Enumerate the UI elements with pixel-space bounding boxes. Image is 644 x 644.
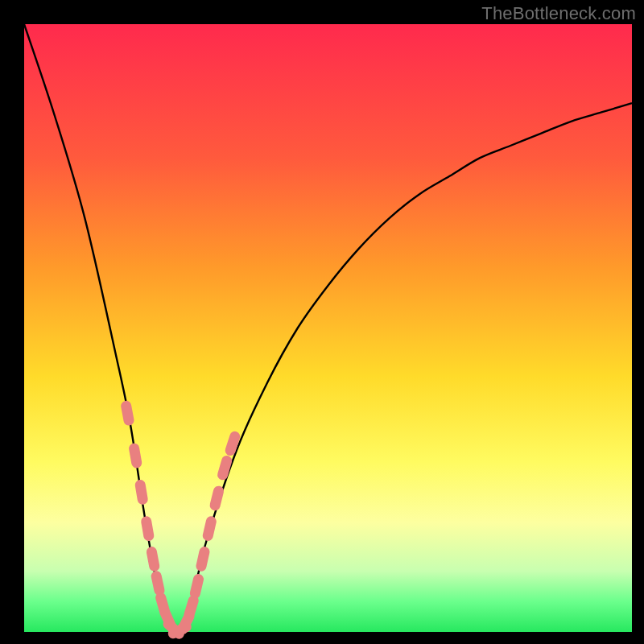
marker-point xyxy=(156,576,159,591)
plot-area xyxy=(24,24,632,632)
marker-point xyxy=(230,436,235,450)
marker-point xyxy=(147,522,149,536)
marker-point xyxy=(201,552,204,567)
bottleneck-curve xyxy=(24,24,632,632)
marker-point xyxy=(126,406,129,420)
marker-point xyxy=(189,601,193,614)
marker-point xyxy=(208,522,211,536)
chart-svg xyxy=(24,24,632,632)
chart-frame: TheBottleneck.com xyxy=(0,0,644,644)
marker-point xyxy=(223,461,227,475)
marker-point xyxy=(215,491,218,505)
marker-point xyxy=(195,580,198,594)
marker-point xyxy=(151,552,154,567)
marker-point xyxy=(140,485,142,499)
watermark-text: TheBottleneck.com xyxy=(481,3,636,24)
marker-point xyxy=(134,448,137,463)
marker-layer xyxy=(126,406,235,634)
